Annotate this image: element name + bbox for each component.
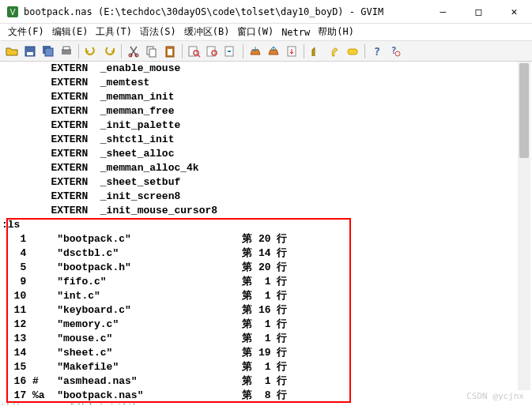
undo-icon[interactable]	[82, 43, 100, 60]
ls-row: 14 "sheet.c" 第 19 行	[2, 346, 530, 360]
menu-window[interactable]: 窗口(W)	[234, 24, 277, 40]
menu-buffer[interactable]: 缓冲区(B)	[181, 24, 233, 40]
titlebar: V bootpack.nas (E:\techdoc\30dayOS\code\…	[0, 0, 532, 24]
menu-edit[interactable]: 编辑(E)	[49, 24, 92, 40]
minimize-button[interactable]: —	[425, 0, 461, 23]
toolbar: ? ?	[0, 41, 532, 62]
cmd-line: :ls	[2, 218, 530, 232]
tags-icon[interactable]	[344, 43, 361, 60]
replace-icon[interactable]	[222, 43, 240, 60]
script-icon[interactable]	[283, 43, 300, 60]
app-icon: V	[6, 6, 19, 18]
code-line: EXTERN _memman_alloc_4k	[2, 161, 530, 175]
code-line: EXTERN _init_mouse_cursor8	[2, 204, 530, 218]
svg-rect-11	[149, 49, 156, 57]
ls-row: 9 "fifo.c" 第 1 行	[2, 275, 530, 289]
ls-row: 17 %a "bootpack.nas" 第 8 行	[2, 389, 530, 403]
session-load-icon[interactable]	[247, 43, 264, 60]
session-save-icon[interactable]	[265, 43, 282, 60]
findnext-icon[interactable]	[204, 43, 221, 60]
menu-file[interactable]: 文件(F)	[5, 24, 47, 40]
find-icon[interactable]	[186, 43, 203, 60]
code-line: EXTERN _memman_init	[2, 90, 530, 104]
menu-syntax[interactable]: 语法(S)	[137, 24, 179, 40]
svg-rect-5	[45, 48, 53, 56]
watermark: CSDN @ycjnx	[466, 391, 524, 401]
code-line: EXTERN _shtctl_init	[2, 133, 530, 147]
scrollbar[interactable]	[518, 62, 530, 390]
code-line: EXTERN _init_screen8	[2, 190, 530, 204]
code-line: EXTERN _init_palette	[2, 118, 530, 133]
code-line: EXTERN _memman_free	[2, 104, 530, 118]
open-icon[interactable]	[3, 43, 21, 60]
findhelp-icon[interactable]: ?	[387, 43, 404, 60]
ls-row: 4 "dsctbl.c" 第 14 行	[2, 246, 530, 261]
menu-netrw[interactable]: Netrw	[278, 25, 313, 39]
editor-area[interactable]: EXTERN _enable_mouse EXTERN _memtest EXT…	[2, 62, 530, 404]
menu-help[interactable]: 帮助(H)	[315, 24, 357, 40]
ls-row: 5 "bootpack.h" 第 20 行	[2, 261, 530, 275]
make-icon[interactable]	[308, 43, 325, 60]
ls-row: 16 # "asmhead.nas" 第 1 行	[2, 374, 530, 389]
shell-icon[interactable]	[326, 43, 343, 60]
print-icon[interactable]	[58, 43, 75, 60]
code-line: EXTERN _sheet_setbuf	[2, 175, 530, 190]
ls-row: 12 "memory.c" 第 1 行	[2, 318, 530, 332]
scrollbar-thumb[interactable]	[519, 63, 529, 158]
cut-icon[interactable]	[125, 43, 142, 60]
ls-row: 15 "Makefile" 第 1 行	[2, 360, 530, 374]
code-line: EXTERN _enable_mouse	[2, 62, 530, 76]
close-button[interactable]: ✕	[496, 0, 532, 23]
window-title: bootpack.nas (E:\techdoc\30dayOS\code\to…	[24, 6, 425, 17]
prompt-line: 请按 ENTER 或其它命令继续	[2, 403, 530, 404]
save-icon[interactable]	[21, 43, 39, 60]
ls-row: 13 "mouse.c" 第 1 行	[2, 332, 530, 346]
paste-icon[interactable]	[161, 43, 179, 60]
copy-icon[interactable]	[143, 43, 160, 60]
code-line: EXTERN _memtest	[2, 76, 530, 90]
svg-rect-3	[27, 52, 33, 55]
svg-rect-13	[168, 49, 172, 55]
ls-row: 11 "keyboard.c" 第 16 行	[2, 303, 530, 318]
svg-text:V: V	[10, 8, 16, 17]
help-icon[interactable]: ?	[368, 43, 386, 60]
ls-row: 10 "int.c" 第 1 行	[2, 289, 530, 303]
svg-rect-20	[348, 49, 357, 55]
ls-row: 1 "bootpack.c" 第 20 行	[2, 232, 530, 246]
maximize-button[interactable]: □	[461, 0, 496, 23]
code-line: EXTERN _sheet_alloc	[2, 147, 530, 161]
redo-icon[interactable]	[100, 43, 118, 60]
menu-tool[interactable]: 工具(T)	[92, 24, 135, 40]
saveall-icon[interactable]	[40, 43, 57, 60]
svg-rect-7	[63, 47, 70, 50]
svg-text:?: ?	[374, 45, 380, 58]
menubar: 文件(F) 编辑(E) 工具(T) 语法(S) 缓冲区(B) 窗口(W) Net…	[0, 24, 532, 41]
